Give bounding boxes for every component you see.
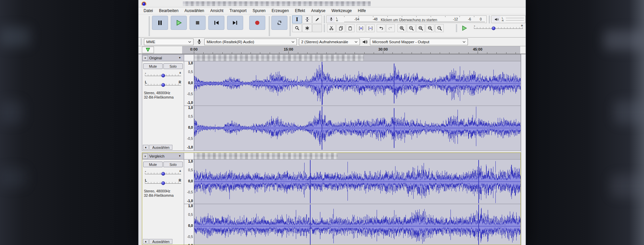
zoom-out-button[interactable] [407,24,416,32]
waveform-left-channel[interactable] [194,160,521,204]
track-vergleich: × Vergleich ▼ Mute Solo - + L R [142,152,521,245]
draw-tool-button[interactable] [312,15,322,23]
vertical-scale[interactable]: 1,00,50,0-0,5-1,0 1,00,50,0-0,5-1,0 [184,153,194,245]
cut-button[interactable] [327,24,336,32]
skip-to-end-icon [232,19,238,26]
menu-item-bearbeiten[interactable]: Bearbeiten [156,8,181,14]
play-speed-slider[interactable]: - + [474,25,523,31]
pan-slider[interactable]: L R [145,81,181,87]
zoom-tool-button[interactable] [292,24,302,32]
waveform-left-channel[interactable] [194,61,521,106]
redo-button[interactable] [386,24,395,32]
menu-item-auswählen[interactable]: Auswählen [181,8,207,14]
skip-to-start-button[interactable] [208,16,224,30]
play-at-speed-button[interactable] [459,24,469,32]
select-track-button[interactable]: Auswählen [149,239,172,244]
menu-item-spuren[interactable]: Spuren [250,8,269,14]
silence-audio-button[interactable] [366,24,375,32]
waveform-right-channel[interactable] [194,204,521,245]
menu-item-erzeugen[interactable]: Erzeugen [269,8,292,14]
clip-title-bar[interactable] [194,153,521,160]
audio-host-select[interactable]: MME [144,39,194,45]
zoom-in-button[interactable] [397,24,406,32]
menu-item-hilfe[interactable]: Hilfe [355,8,369,14]
copy-button[interactable] [336,24,345,32]
recording-channels-select[interactable]: 2 (Stereo) Aufnahmekanäle [299,39,360,45]
solo-button[interactable]: Solo [163,162,183,167]
title-bar[interactable] [139,0,526,7]
timeline-options-button[interactable] [142,47,154,53]
toolbar-grip[interactable] [141,39,142,45]
recording-meter[interactable]: LR -54-48-12-60Klicken um Überwachung zu… [326,15,487,23]
clip-title-bar[interactable] [194,55,521,61]
meter-scale-label: -54 [355,17,359,21]
multi-tool-button[interactable] [302,24,312,32]
collapse-button[interactable]: ▲ [143,239,149,244]
stop-button[interactable] [190,16,206,30]
menu-item-analyse[interactable]: Analyse [308,8,329,14]
timeline-minor-tick [345,52,345,54]
waveform-right-channel[interactable] [194,106,521,150]
track-menu-button[interactable]: ▼ [178,155,184,158]
gain-slider[interactable]: - + [145,170,181,176]
timeline-ruler[interactable]: 0:0015:0030:0045:00 [154,46,522,54]
zoom-to-selection-button[interactable] [416,24,425,32]
record-button[interactable] [249,16,265,30]
menu-item-effekt[interactable]: Effekt [292,8,308,14]
solo-button[interactable]: Solo [163,63,183,69]
recording-device-select[interactable]: Mikrofon (Realtek(R) Audio) [204,39,297,45]
slider-thumb[interactable] [161,74,165,77]
mute-button[interactable]: Mute [143,63,163,69]
pause-button[interactable] [152,16,168,30]
track-title[interactable]: Original [148,56,178,60]
trim-audio-button[interactable] [357,24,365,32]
menu-item-datei[interactable]: Datei [141,8,156,14]
playback-device-select[interactable]: Microsoft Sound Mapper - Output [370,39,468,45]
zoom-toggle-button[interactable] [435,24,444,32]
pan-slider[interactable]: L R [145,180,181,186]
recording-meter-mic-button[interactable] [327,16,335,22]
zoom-to-project-button[interactable] [426,24,434,32]
vertical-scale-channel[interactable]: 1,00,50,0-0,5-1,0 [184,204,194,245]
select-track-button[interactable]: Auswählen [149,145,172,150]
gain-slider[interactable]: - + [145,72,181,78]
timeline-minor-tick [270,52,270,54]
toolbar-grip[interactable] [489,16,490,23]
envelope-tool-button[interactable] [302,15,312,23]
toolbar-grip[interactable] [289,16,291,36]
track-close-button[interactable]: × [143,55,148,61]
vertical-scale-channel[interactable]: 1,00,50,0-0,5-1,0 [184,160,194,204]
microphone-icon [196,39,202,45]
undo-button[interactable] [377,24,385,32]
track-menu-button[interactable]: ▼ [178,56,184,59]
playback-meter[interactable]: LR [491,15,526,23]
play-button[interactable] [171,16,187,30]
track-close-button[interactable]: × [143,154,148,159]
slider-thumb[interactable] [161,181,165,185]
vertical-scrollbar[interactable] [521,54,526,245]
zoom-out-icon [409,25,414,31]
selection-tool-button[interactable]: I [292,15,302,23]
skip-to-end-button[interactable] [227,16,243,30]
toolbar-grip[interactable] [324,16,325,23]
toolbar-grip[interactable] [269,16,270,36]
track-title[interactable]: Vergleich [148,154,178,158]
slider-thumb[interactable] [161,83,165,87]
playback-meter-speaker-button[interactable] [492,16,500,22]
menu-item-transport[interactable]: Transport [226,8,250,14]
vertical-scale-channel[interactable]: 1,00,50,0-0,5-1,0 [184,61,194,106]
vertical-scale[interactable]: 1,00,50,0-0,5-1,0 1,00,50,0-0,5-1,0 [184,55,194,150]
toolbar-grip[interactable] [456,24,457,33]
mute-button[interactable]: Mute [143,162,163,167]
toolbar-grip[interactable] [324,24,325,33]
collapse-button[interactable]: ▲ [143,145,149,150]
slider-thumb[interactable] [492,26,495,30]
vertical-scale-channel[interactable]: 1,00,50,0-0,5-1,0 [184,106,194,150]
amplitude-label: 0,5 [188,168,193,172]
paste-button[interactable] [346,24,355,32]
toolbar-grip[interactable] [149,16,150,36]
loop-button[interactable] [271,16,287,30]
slider-thumb[interactable] [161,172,165,176]
menu-item-werkzeuge[interactable]: Werkzeuge [328,8,355,14]
menu-item-ansicht[interactable]: Ansicht [207,8,226,14]
